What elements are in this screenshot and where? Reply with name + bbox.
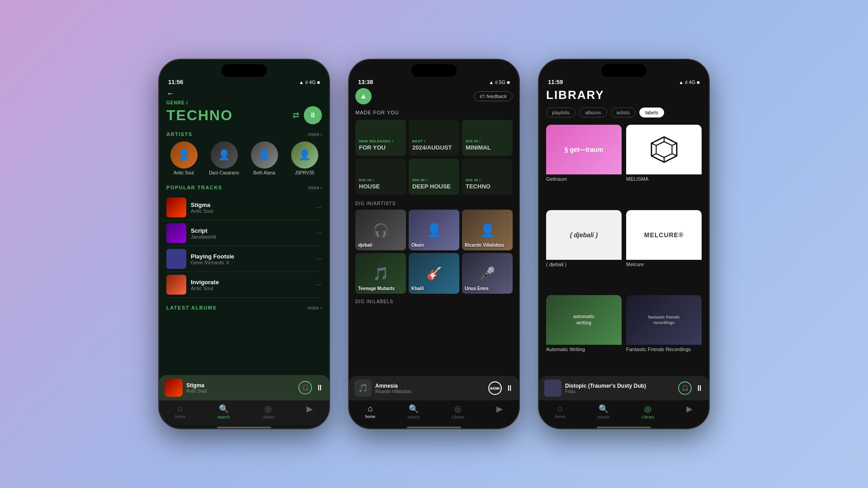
tab-library[interactable]: ◎ Library (262, 404, 275, 419)
pause-button[interactable]: ⏸ (304, 106, 322, 124)
svg-line-3 (672, 143, 677, 145)
card-title: TECHNO (466, 183, 509, 190)
pause-icon[interactable]: ⏸ (316, 383, 324, 393)
artist-item[interactable]: 👤 Beth Alana (247, 141, 282, 176)
filter-tab-playlists[interactable]: playlists (546, 108, 576, 117)
now-playing-info: Stigma Antic Soul (186, 382, 295, 394)
now-playing-title: Amnesia (375, 383, 485, 389)
track-options-button[interactable]: ··· (316, 229, 322, 237)
now-playing-info: Amnesia Ricardo Villalobos (375, 383, 485, 394)
tab-library-label: Library (642, 415, 655, 419)
music-card[interactable]: DIG IN / DEEP HOUSE (409, 159, 459, 195)
home-icon: ⌂ (368, 404, 373, 413)
artist-item[interactable]: 👤 Dani Casarano (207, 141, 241, 176)
track-item[interactable]: Invigorate Antic Soul ··· (166, 272, 322, 298)
label-name: Gettraum (546, 174, 622, 183)
artist-card-name: djebali (358, 243, 373, 248)
tab-search[interactable]: 🔍 search (217, 404, 230, 419)
artist-item[interactable]: 👤 Antic Soul (166, 141, 201, 176)
track-options-button[interactable]: ··· (316, 281, 322, 289)
artist-card[interactable]: 🎸 Khalil (409, 253, 459, 294)
library-icon: ◎ (264, 404, 272, 414)
artists-more-button[interactable]: more › (308, 131, 322, 137)
tab-library[interactable]: ◎ Library (642, 404, 655, 419)
tab-queue[interactable]: ▶ (307, 404, 313, 419)
artist-card[interactable]: 👤 Ricardo Villalobos (462, 210, 513, 250)
now-playing-title: Distopic (Traumer's Dusty Dub) (565, 383, 675, 389)
filter-tab-artists[interactable]: artists (611, 108, 636, 117)
pause-icon[interactable]: ⏸ (695, 384, 703, 393)
track-artist: Antic Soul (191, 286, 311, 291)
artist-name: JSPRV35 (295, 170, 314, 176)
artist-card[interactable]: 👤 Okain (409, 210, 459, 250)
track-options-button[interactable]: ··· (316, 203, 322, 211)
label-card[interactable]: MELCURE® Melcure (626, 210, 702, 291)
now-playing-artist: Ricardo Villalobos (375, 389, 485, 394)
now-playing-title: Stigma (186, 382, 295, 389)
app-logo[interactable]: ▲ (355, 88, 372, 104)
home-icon: ⌂ (178, 404, 183, 413)
now-playing-bar[interactable]: Distopic (Traumer's Dusty Dub) Fribu 🎧 ⏸ (539, 376, 709, 400)
tab-home[interactable]: ⌂ home (555, 404, 566, 419)
tab-queue[interactable]: ▶ (496, 404, 503, 419)
albums-more-button[interactable]: more › (307, 305, 322, 310)
track-info: Playing Footsie Gene Richards Jr (191, 253, 311, 265)
music-card[interactable]: DIG IN / HOUSE (355, 159, 406, 195)
track-info: Invigorate Antic Soul (191, 279, 311, 291)
phone-techno: 11:56 ▲ ıl 4G ■ ← GENRE / TECHNO ⇄ ⏸ ART… (158, 59, 330, 429)
label-card[interactable]: fantastic friends recordings Fantastic F… (626, 295, 702, 376)
tab-search[interactable]: 🔍 search (407, 404, 420, 419)
tab-queue[interactable]: ▶ (686, 404, 693, 419)
dig-in-artists-section: DIG IN/ARTISTS 🎧 djebali 👤 Okain 👤 Ricar… (355, 201, 513, 294)
dig-in-labels-label: DIG IN/LABELS (355, 299, 513, 304)
tab-search[interactable]: 🔍 search (597, 404, 609, 419)
tracks-more-button[interactable]: more › (308, 185, 322, 190)
track-item[interactable]: Stigma Antic Soul ··· (166, 195, 322, 221)
back-button[interactable]: ← (166, 89, 322, 99)
card-sublabel: DIG IN / (466, 139, 509, 143)
tab-bar: ⌂ home 🔍 search ◎ Library ▶ (159, 400, 329, 425)
genre-title: TECHNO (166, 107, 233, 124)
artist-item[interactable]: 👤 JSPRV35 (287, 141, 322, 176)
tab-library-label: Library (452, 415, 465, 419)
track-options-button[interactable]: ··· (316, 255, 322, 263)
filter-tab-labels[interactable]: labels (639, 108, 664, 117)
music-card[interactable]: DIG IN / MINIMAL (462, 120, 513, 156)
headphone-button[interactable]: 🎧 (678, 381, 692, 395)
card-title: MINIMAL (466, 144, 509, 151)
tab-bar: ⌂ home 🔍 search ◎ Library ▶ (349, 400, 519, 425)
music-card[interactable]: NEW RELEASES / FOR YOU (355, 120, 406, 156)
headphone-button[interactable]: ⏮⏭ (488, 381, 502, 395)
tab-library[interactable]: ◎ Library (452, 404, 465, 419)
tab-home[interactable]: ⌂ home (175, 404, 186, 419)
shuffle-icon[interactable]: ⇄ (292, 110, 299, 120)
pause-icon[interactable]: ⏸ (505, 384, 514, 393)
made-for-you-label: MADE FOR YOU (355, 110, 513, 115)
library-icon: ◎ (454, 404, 462, 414)
search-icon: 🔍 (599, 404, 609, 414)
feedback-button[interactable]: 🏷 feedback (474, 91, 513, 101)
status-time-3: 11:59 (548, 79, 563, 85)
now-playing-bar[interactable]: 🎵 Amnesia Ricardo Villalobos ⏮⏭ ⏸ (349, 376, 519, 400)
label-card[interactable]: ( djebali ) ( djebali ) (546, 210, 622, 291)
headphone-button[interactable]: 🎧 (298, 381, 312, 394)
label-card[interactable]: automatic writing Automatic Writing (546, 295, 622, 376)
tab-search-label: search (407, 415, 420, 419)
label-card[interactable]: MELISMA (626, 125, 702, 206)
artist-avatar: 👤 (251, 141, 278, 169)
artist-card[interactable]: 🎵 Teenage Mutants (355, 253, 406, 294)
label-card[interactable]: § get—traum Gettraum (546, 125, 622, 206)
artist-card[interactable]: 🎤 Unus Emre (462, 253, 513, 294)
music-card[interactable]: BEST / 2024/AUGUST (409, 120, 459, 156)
track-thumbnail (166, 249, 186, 269)
filter-tab-albums[interactable]: albums (579, 108, 607, 117)
track-name: Invigorate (191, 279, 311, 286)
tab-home[interactable]: ⌂ home (365, 404, 376, 419)
now-playing-bar[interactable]: Stigma Antic Soul 🎧 ⏸ (159, 375, 329, 400)
music-card[interactable]: DIG IN / TECHNO (462, 159, 513, 195)
track-item[interactable]: Script Jacobworld ··· (166, 221, 322, 246)
artist-card[interactable]: 🎧 djebali (355, 210, 406, 250)
track-item[interactable]: Playing Footsie Gene Richards Jr ··· (166, 246, 322, 272)
track-info: Script Jacobworld (191, 227, 311, 239)
track-info: Stigma Antic Soul (191, 202, 311, 214)
